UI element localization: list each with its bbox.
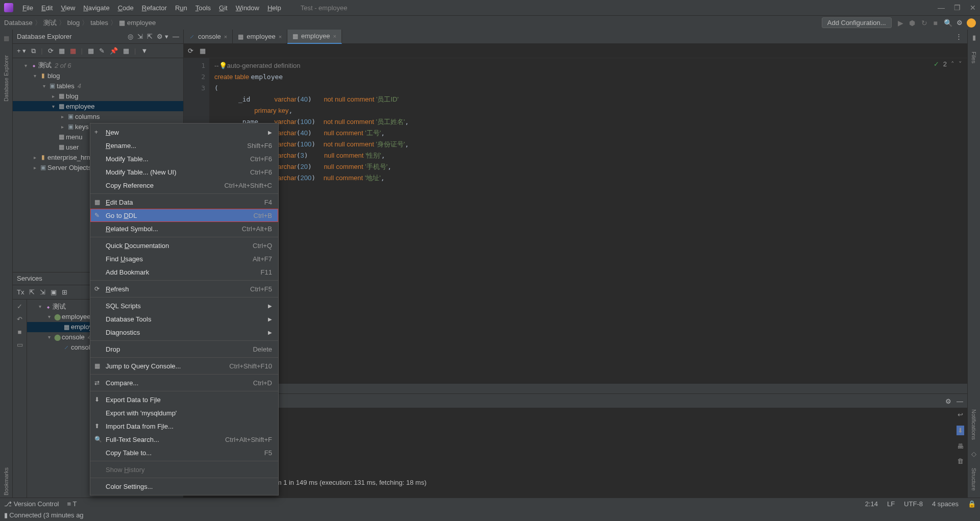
- menu-edit[interactable]: Edit: [37, 4, 57, 12]
- drop-icon[interactable]: ▦: [70, 47, 76, 55]
- version-control-button[interactable]: ⎇ Version Control: [4, 500, 59, 508]
- crumb[interactable]: blog: [67, 19, 80, 27]
- collapse-icon[interactable]: ⇱: [29, 288, 35, 296]
- minimize-icon[interactable]: —: [938, 4, 945, 12]
- tool-icon[interactable]: ▮: [4, 511, 8, 519]
- context-menu-item[interactable]: Related Symbol...Ctrl+Alt+B: [90, 222, 278, 235]
- context-menu-item[interactable]: Rename...Shift+F6: [90, 139, 278, 152]
- menu-help[interactable]: Help: [263, 4, 285, 12]
- expand-icon[interactable]: ⇲: [137, 33, 143, 40]
- indent[interactable]: 4 spaces: [932, 500, 959, 508]
- tree-columns[interactable]: ▸▣columns: [13, 111, 183, 121]
- refresh-icon[interactable]: ⟳: [188, 47, 193, 55]
- context-menu-item[interactable]: Modify Table...Ctrl+F6: [90, 152, 278, 165]
- print-icon[interactable]: 🖶: [957, 442, 964, 450]
- menu-run[interactable]: Run: [171, 4, 191, 12]
- right-tool-notifications[interactable]: Notifications: [971, 409, 977, 440]
- pin-icon[interactable]: 📌: [110, 47, 118, 55]
- code-content[interactable]: --💡auto-generated definition create tabl…: [209, 58, 967, 384]
- gear-icon[interactable]: ⚙: [945, 398, 951, 405]
- menu-git[interactable]: Git: [215, 4, 232, 12]
- line-ending[interactable]: LF: [887, 500, 895, 508]
- close-icon[interactable]: ✕: [970, 4, 976, 12]
- undo-icon[interactable]: ↶: [17, 315, 22, 323]
- trash-icon[interactable]: 🗑: [957, 457, 964, 465]
- context-menu-item[interactable]: DropDelete: [90, 342, 278, 356]
- crumb[interactable]: 测试: [43, 18, 57, 28]
- context-menu-item[interactable]: ▦Edit DataF4: [90, 195, 278, 209]
- debug-icon[interactable]: ⬢: [907, 19, 917, 27]
- context-menu-item[interactable]: Color Settings...: [90, 480, 278, 493]
- table-icon[interactable]: ▦: [88, 47, 94, 55]
- context-menu-item[interactable]: Export with 'mysqldump': [90, 406, 278, 419]
- copy-icon[interactable]: ⧉: [31, 47, 36, 55]
- context-menu-item[interactable]: ⇄Compare...Ctrl+D: [90, 376, 278, 389]
- add-icon[interactable]: + ▾: [17, 47, 26, 55]
- bell-icon[interactable]: ◇: [971, 450, 976, 458]
- files-icon[interactable]: ▮: [972, 34, 976, 41]
- edit-icon[interactable]: ✎: [99, 47, 105, 55]
- tool-database-explorer[interactable]: Database Explorer: [3, 55, 9, 102]
- context-menu-item[interactable]: 🔍Full-Text Search...Ctrl+Alt+Shift+F: [90, 433, 278, 446]
- filter-icon[interactable]: ▼: [141, 47, 148, 55]
- hide-icon[interactable]: —: [173, 33, 179, 40]
- context-menu-item[interactable]: ⟳RefreshCtrl+F5: [90, 282, 278, 295]
- context-menu-item[interactable]: Diagnostics▶: [90, 326, 278, 339]
- context-menu-item[interactable]: Modify Table... (New UI)Ctrl+F6: [90, 165, 278, 179]
- down-icon[interactable]: ˅: [959, 60, 962, 68]
- menu-view[interactable]: View: [57, 4, 79, 12]
- stop2-icon[interactable]: ■: [18, 328, 22, 336]
- settings-icon[interactable]: ⚙: [957, 19, 963, 27]
- right-tool-structure[interactable]: Structure: [971, 468, 977, 491]
- search-icon[interactable]: 🔍: [944, 19, 952, 27]
- menu-tools[interactable]: Tools: [191, 4, 215, 12]
- context-menu-item[interactable]: Find UsagesAlt+F7: [90, 252, 278, 265]
- hide-icon[interactable]: —: [957, 398, 963, 405]
- tree-table-blog[interactable]: ▸▦blog: [13, 91, 183, 101]
- menu-file[interactable]: File: [18, 4, 37, 12]
- lock-icon[interactable]: 🔒: [968, 500, 976, 508]
- db-tool-icon[interactable]: ▦: [4, 35, 9, 42]
- table-icon[interactable]: ▦: [200, 47, 206, 55]
- context-menu-item[interactable]: ▦Jump to Query Console...Ctrl+Shift+F10: [90, 359, 278, 373]
- context-menu-item[interactable]: Quick DocumentationCtrl+Q: [90, 239, 278, 252]
- menu-code[interactable]: Code: [114, 4, 138, 12]
- update-icon[interactable]: ↻: [919, 19, 929, 27]
- cursor-pos[interactable]: 2:14: [865, 500, 878, 508]
- right-tool-files[interactable]: Files: [971, 52, 977, 63]
- layout-icon[interactable]: ▣: [51, 288, 57, 296]
- context-menu-item[interactable]: Database Tools▶: [90, 312, 278, 326]
- encoding[interactable]: UTF-8: [904, 500, 923, 508]
- check-icon[interactable]: ✓: [934, 60, 939, 68]
- run-icon[interactable]: ▶: [896, 19, 905, 27]
- context-menu-item[interactable]: Copy ReferenceCtrl+Alt+Shift+C: [90, 179, 278, 192]
- menu-navigate[interactable]: Navigate: [79, 4, 113, 12]
- tree-table-employee[interactable]: ▾▦employee: [13, 101, 183, 111]
- tree-schema-blog[interactable]: ▾▮blog: [13, 70, 183, 81]
- wrap-icon[interactable]: ↩: [958, 411, 963, 418]
- scroll-icon[interactable]: ⬇: [957, 426, 964, 435]
- context-menu-item[interactable]: Add BookmarkF11: [90, 265, 278, 279]
- refresh-icon[interactable]: ⟳: [48, 47, 54, 55]
- crumb[interactable]: Database: [4, 19, 33, 27]
- close-icon[interactable]: ×: [279, 34, 282, 40]
- tab-console[interactable]: ⟋console×: [184, 30, 233, 44]
- add-configuration-button[interactable]: Add Configuration...: [822, 17, 892, 28]
- context-menu-item[interactable]: Copy Table to...F5: [90, 446, 278, 459]
- todo-button[interactable]: ≡ T: [67, 500, 77, 508]
- tab-employee-2[interactable]: ▦employee×: [287, 30, 342, 44]
- tab-employee-1[interactable]: ▦employee×: [233, 30, 287, 44]
- avatar[interactable]: [967, 18, 976, 28]
- maximize-icon[interactable]: ❐: [954, 4, 961, 12]
- menu-refactor[interactable]: Refactor: [138, 4, 171, 12]
- tree-datasource[interactable]: ▾⬥测试2 of 6: [13, 60, 183, 70]
- collapse-icon[interactable]: ⇱: [147, 33, 153, 40]
- stop-icon[interactable]: ▦: [59, 47, 65, 55]
- editor-body[interactable]: 123 --💡auto-generated definition create …: [184, 58, 967, 384]
- check-icon[interactable]: ✓: [17, 303, 22, 310]
- context-menu-item[interactable]: ⬇Export Data to File: [90, 393, 278, 406]
- up-icon[interactable]: ˄: [951, 60, 954, 68]
- crumb[interactable]: employee: [127, 19, 156, 27]
- context-menu-item[interactable]: ✎Go to DDLCtrl+B: [90, 209, 278, 222]
- tabs-menu-icon[interactable]: ⋮: [950, 33, 967, 40]
